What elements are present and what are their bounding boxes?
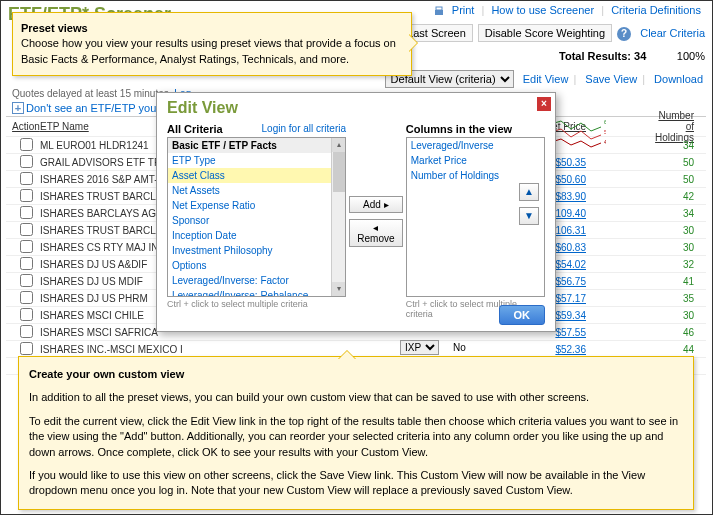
- market-price[interactable]: $57.17: [555, 293, 586, 304]
- holdings-count: 41: [654, 276, 694, 287]
- clear-criteria-link[interactable]: Clear Criteria: [640, 27, 705, 39]
- holdings-count: 46: [654, 327, 694, 338]
- modal-title: Edit View: [157, 93, 555, 123]
- disable-weighting-button[interactable]: Disable Score Weighting: [478, 24, 612, 42]
- top-links: Print | How to use Screener | Criteria D…: [433, 4, 705, 17]
- market-price[interactable]: $50.35: [555, 157, 586, 168]
- edit-view-modal: × Edit View All Criteria Login for all c…: [156, 92, 556, 332]
- criteria-item[interactable]: ETP Type: [168, 153, 345, 168]
- holdings-count: 30: [654, 242, 694, 253]
- holdings-count: 50: [654, 157, 694, 168]
- close-icon[interactable]: ×: [537, 97, 551, 111]
- svg-rect-1: [436, 7, 442, 10]
- scroll-up-icon[interactable]: ▴: [332, 138, 345, 152]
- howto-link[interactable]: How to use Screener: [487, 4, 598, 16]
- view-column-item[interactable]: Leveraged/Inverse: [407, 138, 544, 153]
- row-checkbox[interactable]: [20, 274, 33, 287]
- ok-button[interactable]: OK: [499, 305, 546, 325]
- criteria-def-link[interactable]: Criteria Definitions: [607, 4, 705, 16]
- holdings-count: 34: [654, 140, 694, 151]
- svg-text:65.28: 65.28: [604, 119, 606, 125]
- download-link[interactable]: Download: [652, 73, 705, 85]
- etp-name: ISHARES INC.-MSCI MEXICO I: [40, 344, 200, 355]
- row-checkbox[interactable]: [20, 308, 33, 321]
- row-checkbox[interactable]: [20, 206, 33, 219]
- ticker-row: IXP No: [400, 340, 466, 355]
- market-price[interactable]: $50.60: [555, 174, 586, 185]
- scroll-down-icon[interactable]: ▾: [332, 282, 345, 296]
- holdings-count: 34: [654, 208, 694, 219]
- criteria-item[interactable]: Inception Date: [168, 228, 345, 243]
- holdings-count: 32: [654, 259, 694, 270]
- market-price[interactable]: $83.90: [555, 191, 586, 202]
- view-bar: Default View (criteria) Edit View | Save…: [385, 70, 705, 88]
- holdings-count: 44: [654, 344, 694, 355]
- print-link[interactable]: Print: [448, 4, 479, 16]
- criteria-item[interactable]: Net Expense Ratio: [168, 198, 345, 213]
- ticker-select[interactable]: IXP: [400, 340, 439, 355]
- criteria-group: Basic ETF / ETP Facts: [168, 138, 345, 153]
- results-summary: Total Results: 34 100%: [559, 50, 705, 62]
- market-price[interactable]: $54.02: [555, 259, 586, 270]
- criteria-item[interactable]: Leveraged/Inverse: Rebalance Frequency: [168, 288, 345, 297]
- remove-button[interactable]: ◂ Remove: [349, 219, 403, 247]
- holdings-count: 30: [654, 310, 694, 321]
- criteria-item[interactable]: Net Assets: [168, 183, 345, 198]
- callout-preset-views: Preset views Choose how you view your re…: [12, 12, 412, 76]
- callout-custom-view: Create your own custom view In addition …: [18, 356, 694, 510]
- criteria-item[interactable]: Asset Class: [168, 168, 345, 183]
- col-holdings[interactable]: Number of Holdings: [655, 110, 694, 143]
- move-down-button[interactable]: ▼: [519, 207, 539, 225]
- plus-icon: +: [12, 102, 24, 114]
- col-name[interactable]: ETP Name: [40, 121, 89, 132]
- columns-in-view-label: Columns in the view: [406, 123, 512, 135]
- row-checkbox[interactable]: [20, 189, 33, 202]
- row-checkbox[interactable]: [20, 138, 33, 151]
- holdings-count: 42: [654, 191, 694, 202]
- scroll-thumb[interactable]: [333, 152, 345, 192]
- holdings-count: 50: [654, 174, 694, 185]
- market-price[interactable]: $60.83: [555, 242, 586, 253]
- market-price[interactable]: $57.55: [555, 327, 586, 338]
- holdings-count: 30: [654, 225, 694, 236]
- edit-view-link[interactable]: Edit View: [521, 73, 571, 85]
- market-price[interactable]: $52.36: [555, 344, 586, 355]
- svg-text:54.53: 54.53: [604, 129, 606, 135]
- criteria-item[interactable]: Options: [168, 258, 345, 273]
- holdings-count: 35: [654, 293, 694, 304]
- svg-text:47.65: 47.65: [604, 139, 606, 145]
- criteria-item[interactable]: Sponsor: [168, 213, 345, 228]
- row-checkbox[interactable]: [20, 342, 33, 355]
- row-checkbox[interactable]: [20, 291, 33, 304]
- login-all-criteria-link[interactable]: Login for all criteria: [262, 123, 346, 134]
- row-checkbox[interactable]: [20, 257, 33, 270]
- save-view-link[interactable]: Save View: [583, 73, 639, 85]
- add-button[interactable]: Add ▸: [349, 196, 403, 213]
- row-checkbox[interactable]: [20, 223, 33, 236]
- all-criteria-list[interactable]: Basic ETF / ETP FactsETP TypeAsset Class…: [167, 137, 346, 297]
- criteria-item[interactable]: Investment Philosophy: [168, 243, 345, 258]
- criteria-item[interactable]: Leveraged/Inverse: Factor: [168, 273, 345, 288]
- market-price[interactable]: $59.34: [555, 310, 586, 321]
- row-checkbox[interactable]: [20, 155, 33, 168]
- row-checkbox[interactable]: [20, 325, 33, 338]
- help-icon[interactable]: ?: [617, 27, 631, 41]
- row-checkbox[interactable]: [20, 240, 33, 253]
- move-up-button[interactable]: ▲: [519, 183, 539, 201]
- view-column-item[interactable]: Market Price: [407, 153, 544, 168]
- svg-rect-0: [435, 10, 443, 15]
- market-price[interactable]: $56.75: [555, 276, 586, 287]
- all-criteria-label: All Criteria: [167, 123, 223, 135]
- col-action[interactable]: Action: [12, 121, 40, 132]
- multi-select-hint: Ctrl + click to select multiple criteria: [167, 299, 346, 309]
- scrollbar[interactable]: ▴ ▾: [331, 138, 345, 296]
- row-checkbox[interactable]: [20, 172, 33, 185]
- print-icon: [433, 5, 445, 17]
- view-column-item[interactable]: Number of Holdings: [407, 168, 544, 183]
